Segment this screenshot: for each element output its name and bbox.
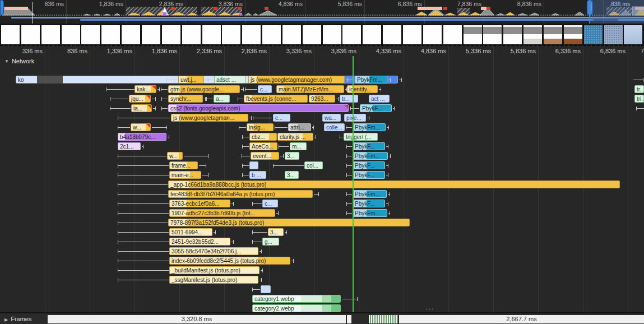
network-request-bar[interactable]: cbz... [249,133,277,141]
filmstrip-frame[interactable] [81,25,100,44]
filmstrip-frame[interactable] [242,25,261,44]
network-request-bar[interactable]: act ... [369,95,390,103]
network-request-bar[interactable]: AceCo... [249,142,277,150]
network-request-bar[interactable]: synchr... [168,95,203,103]
network-request-bar[interactable]: insig... [247,123,274,131]
network-request-bar[interactable]: fbevents.js (conne... [244,95,308,103]
filmstrip-frame[interactable] [403,25,421,44]
network-request-bar[interactable]: 1907-ad5c27c3b3b7d60b.js (tot... [169,209,275,217]
network-request-bar[interactable]: fec483df-db3f7b2046a0a64a.js (totus.pro) [168,190,313,198]
network-request-bar[interactable]: pixe... [344,114,366,122]
filmstrip-frame[interactable] [21,25,40,44]
filmstrip-frame[interactable] [604,25,623,44]
network-request-bar[interactable]: tr... [340,95,358,103]
network-request-bar[interactable]: frame... [169,161,198,169]
network-request-bar[interactable]: b ... [249,171,266,179]
network-request-bar[interactable]: attri... [288,123,311,131]
network-request-bar[interactable]: c... [273,114,290,122]
network-request-bar[interactable]: adsct ... [214,76,245,84]
network-request-bar[interactable]: g... [262,238,279,246]
network-request-bar[interactable]: PbykFm... [353,123,386,131]
network-request-bar[interactable]: clarity.js ... [277,133,313,141]
network-request-bar[interactable]: PbykF... [353,161,385,169]
frame-duration-bar[interactable] [347,315,351,323]
network-request-bar[interactable]: tri... [634,95,644,103]
network-more-button[interactable]: ... [426,304,434,311]
filmstrip-frame[interactable] [443,25,462,44]
network-request-bar[interactable]: b4a13b079c... [118,133,166,141]
network-request-bar[interactable]: uwt.j... [178,76,204,84]
dropped-frames-bar[interactable] [369,315,398,323]
network-request-bar[interactable]: ia... [131,104,152,112]
network-request-bar[interactable]: 3... [285,152,299,160]
network-request-bar[interactable]: category2.webp [252,304,341,312]
network-request-bar[interactable]: 2451-9e32b55d2... [169,238,230,246]
filmstrip-frame[interactable] [624,25,642,44]
network-request-bar[interactable]: kak... [135,85,156,93]
network-request-bar[interactable]: a... [214,95,230,103]
network-request-bar[interactable]: main-e... [169,171,201,179]
network-request-bar[interactable]: js (www.googletagmanager.com) [248,76,345,84]
network-request-bar[interactable]: colle... [324,123,345,131]
filmstrip-frame[interactable] [202,25,221,44]
network-request-bar[interactable]: 9263... [309,95,335,103]
network-request-bar[interactable]: PbykFm... [353,152,388,160]
filmstrip-frame[interactable] [182,25,201,44]
network-request-bar[interactable]: 3055-58c5470e34b2f706.j... [169,247,258,255]
filmstrip-frame[interactable] [142,25,160,44]
network-request-bar[interactable]: 5011-6994... [169,228,212,236]
network-request-bar[interactable]: wa... [322,114,341,122]
network-request-bar[interactable]: jqu... [129,95,151,103]
frames-section-toggle[interactable]: ▶Frames [4,316,31,322]
filmstrip-frame[interactable] [282,25,301,44]
network-request-bar[interactable]: col... [304,161,323,169]
filmstrip-frame[interactable] [62,25,80,44]
network-request-bar[interactable] [261,285,271,293]
filmstrip-frame[interactable] [323,25,341,44]
filmstrip-frame[interactable] [122,25,140,44]
timeline-overview[interactable]: 836 ms1,836 ms2,836 ms3,836 ms4,836 ms5,… [0,0,644,24]
network-section-toggle[interactable]: ▼Network [4,58,34,64]
network-request-bar[interactable]: 7978-897f3a152fd54de3.js (totus.pro) [168,219,410,226]
network-request-bar[interactable]: 3... [268,228,284,236]
network-request-bar[interactable]: _app-1c66d1ba9a888bcc.js (totus.pro) [168,180,620,188]
filmstrip-frame[interactable] [383,25,401,44]
filmstrip-frame[interactable] [584,25,603,44]
filmstrip[interactable] [0,24,644,46]
network-request-bar[interactable]: w... [167,152,183,160]
network-request-bar[interactable]: 2c1... [118,142,141,150]
timeline-main-view[interactable]: 336 ms836 ms1,336 ms1,836 ms2,336 ms2,83… [0,46,644,312]
filmstrip-frame[interactable] [303,25,321,44]
filmstrip-frame[interactable] [162,25,180,44]
network-request-bar[interactable]: PbykFm... [355,76,387,84]
network-request-bar[interactable]: js (www.googletagman... [171,114,248,122]
network-request-bar[interactable]: m... [290,142,307,150]
filmstrip-frame[interactable] [483,25,502,44]
network-request-bar[interactable]: c... [262,200,278,207]
network-request-bar[interactable]: _ssgManifest.js (totus.pro) [169,276,258,284]
network-request-bar[interactable]: event... [251,152,279,160]
filmstrip-frame[interactable] [423,25,442,44]
network-request-bar[interactable]: PbykF... [353,171,385,179]
network-request-bar[interactable]: category1.webp [252,295,341,303]
network-request-bar[interactable]: PbykF... [353,142,385,150]
filmstrip-frame[interactable] [262,25,281,44]
network-request-bar[interactable]: 3... [285,171,299,179]
network-request-bar[interactable]: gtm.js (www.google... [168,85,240,93]
network-request-bar[interactable]: main.MTZjMzEzMm... [276,85,344,93]
network-request-bar[interactable]: 3763-ecbc1ef0a6... [169,200,230,207]
window-left-handle[interactable] [0,0,4,15]
filmstrip-frame[interactable] [564,25,582,44]
network-request-bar[interactable]: w... [131,123,151,131]
network-request-bar[interactable]: trigger/ (... [344,133,378,141]
network-request-bar[interactable]: PbykF... [360,104,392,112]
network-request-bar[interactable]: tr... [634,85,644,93]
network-request-bar[interactable]: PbykFm... [353,190,387,198]
filmstrip-frame[interactable] [464,25,482,44]
filmstrip-frame[interactable] [544,25,562,44]
network-request-bar[interactable]: c... [258,85,272,93]
frame-duration-bar[interactable]: 2,667.7 ms [399,315,644,323]
network-request-bar[interactable]: css2 (fonts.googleapis.com) [168,104,349,112]
network-request-bar[interactable]: index-6b09fcdd8e2f5445.js (totus.pro) [169,257,290,265]
filmstrip-frame[interactable] [222,25,240,44]
